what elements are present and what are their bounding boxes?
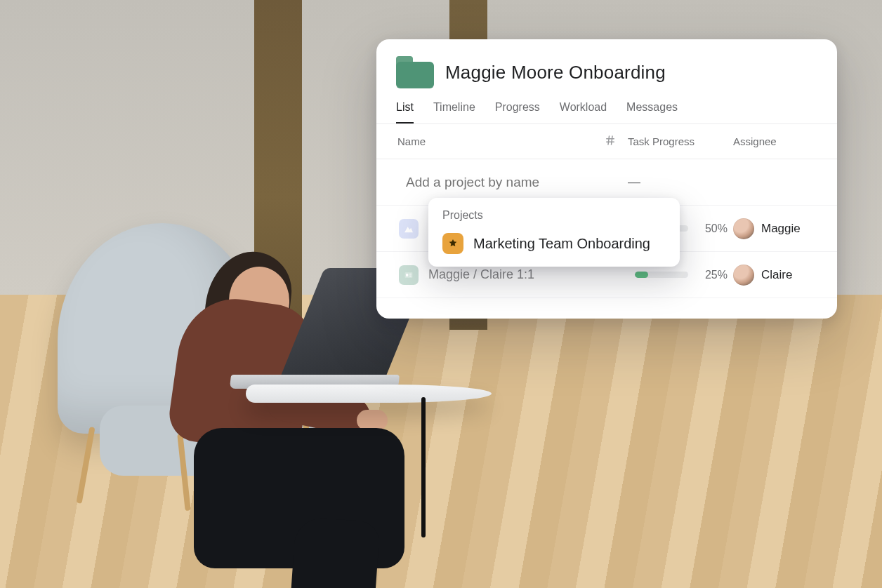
id-card-icon <box>399 265 419 285</box>
progress-cell: 25% <box>628 269 733 281</box>
assignee-name: Maggie <box>761 222 801 236</box>
popover-section-label: Projects <box>442 209 667 222</box>
svg-line-2 <box>608 136 610 145</box>
tab-workload[interactable]: Workload <box>560 101 607 123</box>
project-card: Maggie Moore Onboarding List Timeline Pr… <box>376 39 837 319</box>
view-tabs: List Timeline Progress Workload Messages <box>376 94 837 123</box>
progress-placeholder: — <box>628 175 733 189</box>
row-name: Maggie / Claire 1:1 <box>428 267 534 282</box>
svg-rect-6 <box>409 274 412 274</box>
assignee-name: Claire <box>761 268 792 282</box>
col-assignee: Assignee <box>733 135 824 147</box>
table-leg <box>421 397 426 537</box>
progress-fill <box>635 272 648 278</box>
page-title: Maggie Moore Onboarding <box>445 62 666 83</box>
popover-option[interactable]: Marketing Team Onboarding <box>438 229 670 258</box>
assignee-cell[interactable]: Claire <box>733 265 824 286</box>
tab-list[interactable]: List <box>396 101 414 123</box>
progress-pct: 25% <box>697 269 728 281</box>
tab-messages[interactable]: Messages <box>626 101 678 123</box>
folder-icon <box>396 56 434 88</box>
col-task-progress: Task Progress <box>628 135 733 147</box>
tab-timeline[interactable]: Timeline <box>433 101 475 123</box>
background-photo: Maggie Moore Onboarding List Timeline Pr… <box>0 0 882 588</box>
add-project-input[interactable] <box>406 175 628 190</box>
svg-line-3 <box>612 136 613 145</box>
tab-progress[interactable]: Progress <box>495 101 540 123</box>
avatar <box>733 265 754 286</box>
progress-pct: 50% <box>697 222 728 235</box>
assignee-cell[interactable]: Maggie <box>733 218 824 239</box>
svg-rect-7 <box>409 275 412 276</box>
avatar <box>733 218 754 239</box>
project-autocomplete-popover: Projects Marketing Team Onboarding <box>428 198 680 267</box>
mountain-icon <box>399 219 419 239</box>
svg-rect-5 <box>406 274 408 276</box>
table <box>246 385 492 403</box>
progress-bar <box>635 272 688 278</box>
popover-option-label: Marketing Team Onboarding <box>473 236 650 252</box>
col-name: Name <box>397 135 604 147</box>
star-icon <box>442 233 463 254</box>
column-headers: Name Task Progress Assignee <box>376 124 837 159</box>
hash-icon[interactable] <box>604 134 628 149</box>
